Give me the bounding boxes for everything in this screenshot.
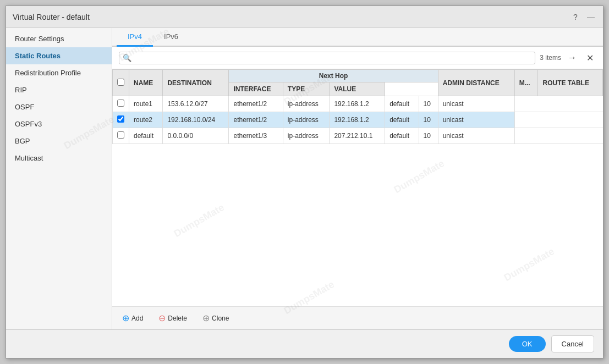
search-input[interactable] bbox=[134, 54, 531, 62]
row3-type: ip-address bbox=[283, 128, 330, 144]
row1-destination: 153.6.12.0/27 bbox=[163, 96, 229, 112]
select-all-checkbox[interactable] bbox=[117, 79, 124, 86]
delete-icon: ⊖ bbox=[158, 313, 166, 323]
clone-button[interactable]: ⊕ Clone bbox=[199, 311, 232, 325]
dialog-title: Virtual Router - default bbox=[13, 13, 90, 21]
row3-name: default bbox=[129, 128, 163, 144]
row3-admin-distance: default bbox=[385, 128, 419, 144]
row1-metric: 10 bbox=[419, 96, 438, 112]
row3-route-table: unicast bbox=[438, 128, 514, 144]
row3-metric: 10 bbox=[419, 128, 438, 144]
help-icon[interactable]: ? bbox=[570, 12, 581, 23]
ok-button[interactable]: OK bbox=[509, 336, 546, 352]
content-area: IPv4 IPv6 🔍 3 items → ✕ bbox=[112, 28, 603, 329]
main-content: Router Settings Static Routes Redistribu… bbox=[6, 28, 603, 329]
header-route-table: ROUTE TABLE bbox=[538, 70, 603, 96]
header-checkbox-cell bbox=[113, 70, 129, 96]
tab-ipv6[interactable]: IPv6 bbox=[153, 28, 189, 47]
virtual-router-dialog: Virtual Router - default ? — Router Sett… bbox=[6, 5, 603, 359]
nexthop-group-header: Next Hop bbox=[229, 70, 438, 82]
row1-interface: ethernet1/2 bbox=[229, 96, 283, 112]
add-label: Add bbox=[131, 315, 143, 322]
row3-checkbox-cell bbox=[113, 128, 129, 144]
header-name: NAME bbox=[129, 70, 163, 96]
row2-destination: 192.168.10.0/24 bbox=[163, 112, 229, 128]
table-row: route1 153.6.12.0/27 ethernet1/2 ip-addr… bbox=[113, 96, 603, 112]
row1-admin-distance: default bbox=[385, 96, 419, 112]
clone-icon: ⊕ bbox=[202, 313, 210, 323]
row1-route-table: unicast bbox=[438, 96, 514, 112]
sidebar-item-static-routes[interactable]: Static Routes bbox=[6, 47, 112, 64]
row2-metric: 10 bbox=[419, 112, 438, 128]
row2-route-table: unicast bbox=[438, 112, 514, 128]
tab-ipv4[interactable]: IPv4 bbox=[117, 28, 153, 47]
tabs: IPv4 IPv6 bbox=[112, 28, 603, 47]
row1-name: route1 bbox=[129, 96, 163, 112]
arrow-right-button[interactable]: → bbox=[566, 51, 579, 64]
header-interface: INTERFACE bbox=[229, 82, 283, 96]
clone-label: Clone bbox=[212, 315, 229, 322]
footer: OK Cancel bbox=[6, 329, 603, 358]
header-type: TYPE bbox=[283, 82, 330, 96]
row3-checkbox[interactable] bbox=[117, 131, 124, 139]
header-admin-distance: ADMIN DISTANCE bbox=[438, 70, 514, 96]
sidebar-item-ospf[interactable]: OSPF bbox=[6, 98, 112, 115]
table-row: route2 192.168.10.0/24 ethernet1/2 ip-ad… bbox=[113, 112, 603, 128]
sidebar-item-redistribution-profile[interactable]: Redistribution Profile bbox=[6, 64, 112, 81]
toolbar: 🔍 3 items → ✕ bbox=[112, 47, 603, 69]
sidebar-item-ospfv3[interactable]: OSPFv3 bbox=[6, 115, 112, 133]
header-value: VALUE bbox=[330, 82, 385, 96]
row2-type: ip-address bbox=[283, 112, 330, 128]
row3-value: 207.212.10.1 bbox=[330, 128, 385, 144]
add-button[interactable]: ⊕ Add bbox=[119, 311, 146, 325]
title-bar: Virtual Router - default ? — bbox=[6, 6, 603, 28]
table-container: NAME DESTINATION Next Hop ADMIN DISTANCE… bbox=[112, 69, 603, 306]
row1-type: ip-address bbox=[283, 96, 330, 112]
row2-admin-distance: default bbox=[385, 112, 419, 128]
sidebar-item-rip[interactable]: RIP bbox=[6, 81, 112, 98]
row2-value: 192.168.1.2 bbox=[330, 112, 385, 128]
row1-value: 192.168.1.2 bbox=[330, 96, 385, 112]
cancel-button[interactable]: Cancel bbox=[551, 335, 594, 352]
search-icon: 🔍 bbox=[123, 54, 131, 62]
row1-checkbox-cell bbox=[113, 96, 129, 112]
header-destination: DESTINATION bbox=[163, 70, 229, 96]
minimize-icon[interactable]: — bbox=[585, 12, 596, 23]
items-count: 3 items bbox=[540, 54, 561, 62]
row3-destination: 0.0.0.0/0 bbox=[163, 128, 229, 144]
add-icon: ⊕ bbox=[122, 313, 129, 323]
table-row: default 0.0.0.0/0 ethernet1/3 ip-address… bbox=[113, 128, 603, 144]
row2-checkbox[interactable] bbox=[117, 115, 124, 123]
header-metric: M... bbox=[514, 70, 538, 96]
close-filter-button[interactable]: ✕ bbox=[583, 51, 596, 64]
row2-interface: ethernet1/2 bbox=[229, 112, 283, 128]
sidebar: Router Settings Static Routes Redistribu… bbox=[6, 28, 112, 329]
sidebar-item-bgp[interactable]: BGP bbox=[6, 133, 112, 150]
row3-interface: ethernet1/3 bbox=[229, 128, 283, 144]
row1-checkbox[interactable] bbox=[117, 100, 124, 107]
routes-table: NAME DESTINATION Next Hop ADMIN DISTANCE… bbox=[112, 69, 603, 144]
sidebar-item-multicast[interactable]: Multicast bbox=[6, 150, 112, 167]
title-bar-icons: ? — bbox=[570, 12, 596, 23]
row2-name: route2 bbox=[129, 112, 163, 128]
delete-button[interactable]: ⊖ Delete bbox=[155, 311, 190, 325]
row2-checkbox-cell bbox=[113, 112, 129, 128]
search-box: 🔍 bbox=[119, 52, 535, 64]
delete-label: Delete bbox=[168, 315, 187, 322]
sidebar-item-router-settings[interactable]: Router Settings bbox=[6, 30, 112, 47]
bottom-bar: ⊕ Add ⊖ Delete ⊕ Clone bbox=[112, 306, 603, 329]
